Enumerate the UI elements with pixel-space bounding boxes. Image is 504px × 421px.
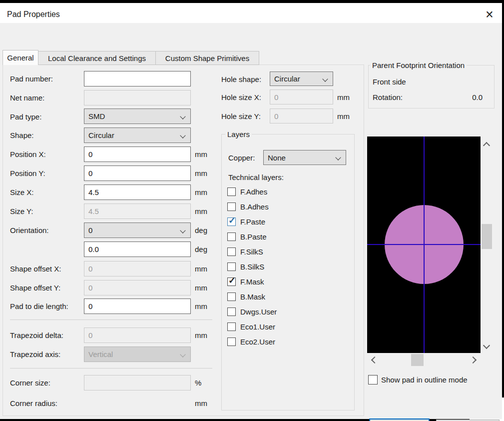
position-y-input[interactable] bbox=[84, 166, 191, 181]
shape-offset-x-input bbox=[84, 261, 191, 276]
pad-to-die-input[interactable] bbox=[84, 298, 191, 314]
pad-properties-dialog: { "window": { "title": "Pad Properties" … bbox=[0, 0, 504, 421]
checkbox-outline-mode-label: Show pad in outline mode bbox=[381, 376, 468, 384]
position-x-input[interactable] bbox=[84, 146, 191, 162]
corner-size-input bbox=[84, 375, 191, 390]
shape-value: Circular bbox=[88, 131, 114, 140]
chevron-down-icon bbox=[180, 352, 185, 357]
dialog-body: General Local Clearance and Settings Cus… bbox=[0, 23, 502, 419]
hole-shape-value: Circular bbox=[274, 74, 300, 83]
chevron-down-icon bbox=[322, 76, 328, 82]
parent-orientation-group bbox=[368, 65, 495, 108]
orientation-value: 0 bbox=[88, 226, 92, 234]
checkbox-outline-mode[interactable]: ✓ bbox=[368, 375, 378, 384]
chevron-down-icon bbox=[335, 154, 341, 160]
tab-custom-shape-label: Custom Shape Primitives bbox=[165, 54, 249, 62]
scroll-down-icon[interactable] bbox=[483, 342, 490, 349]
shape-offset-y-input bbox=[84, 280, 191, 296]
orientation-custom-input[interactable] bbox=[84, 242, 191, 257]
tab-local-clearance-label: Local Clearance and Settings bbox=[48, 54, 146, 62]
pad-number-input[interactable] bbox=[84, 71, 191, 86]
tab-custom-shape[interactable]: Custom Shape Primitives bbox=[155, 51, 259, 65]
horizontal-scrollbar-thumb[interactable] bbox=[411, 354, 424, 366]
layers-group-title: Layers bbox=[225, 130, 252, 138]
close-icon: × bbox=[486, 8, 494, 22]
tab-general[interactable]: General bbox=[2, 50, 38, 65]
pad-type-value: SMD bbox=[88, 112, 105, 120]
trapezoid-axis-value: Vertical bbox=[88, 350, 113, 358]
size-x-input[interactable] bbox=[84, 184, 191, 200]
title-bar: Pad Properties × bbox=[0, 3, 502, 23]
scroll-up-icon[interactable] bbox=[483, 142, 490, 149]
parent-rotation-value: 0.0 bbox=[450, 93, 483, 102]
hole-size-y-input bbox=[270, 108, 333, 124]
tab-general-label: General bbox=[7, 54, 33, 62]
ok-button[interactable]: OK bbox=[369, 418, 430, 421]
copper-value: None bbox=[268, 154, 286, 162]
chevron-down-icon bbox=[180, 114, 185, 119]
parent-rotation-label: Rotation: bbox=[373, 93, 403, 102]
window-border-right bbox=[502, 3, 504, 398]
vertical-scrollbar-thumb[interactable] bbox=[482, 224, 492, 249]
pad-preview-canvas bbox=[367, 136, 481, 353]
shape-select[interactable]: Circular bbox=[84, 128, 191, 143]
parent-orientation-title: Parent Footprint Orientation bbox=[370, 61, 467, 70]
window-title: Pad Properties bbox=[7, 10, 60, 19]
parent-side-value: Front side bbox=[373, 78, 406, 86]
net-name-input bbox=[84, 90, 191, 106]
trapezoid-axis-select: Vertical bbox=[84, 346, 191, 362]
trapezoid-delta-input bbox=[84, 328, 191, 343]
crosshair-horizontal bbox=[367, 244, 481, 245]
pad-type-select[interactable]: SMD bbox=[84, 108, 191, 124]
size-y-input bbox=[84, 204, 191, 219]
hole-size-x-input bbox=[270, 90, 333, 104]
close-button[interactable]: × bbox=[480, 5, 500, 24]
chevron-down-icon bbox=[180, 228, 185, 233]
hole-shape-select[interactable]: Circular bbox=[270, 72, 333, 86]
copper-select[interactable]: None bbox=[263, 150, 346, 165]
chevron-down-icon bbox=[180, 132, 185, 138]
scroll-right-icon[interactable] bbox=[470, 356, 477, 364]
scroll-left-icon[interactable] bbox=[371, 356, 378, 364]
tab-local-clearance[interactable]: Local Clearance and Settings bbox=[38, 51, 156, 65]
orientation-select[interactable]: 0 bbox=[84, 222, 191, 238]
